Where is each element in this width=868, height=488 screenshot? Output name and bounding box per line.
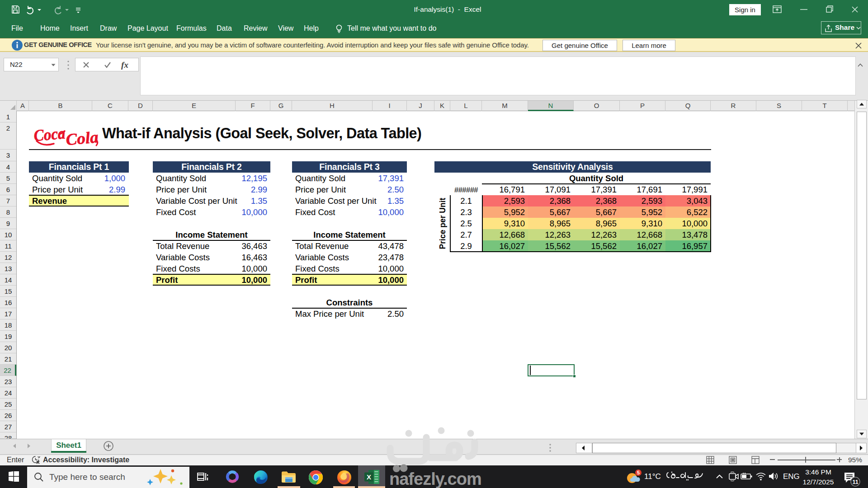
svg-text:X: X: [367, 473, 371, 481]
svg-text:fx: fx: [121, 61, 128, 70]
svg-text:11: 11: [852, 479, 858, 485]
svg-text:5: 5: [637, 470, 640, 475]
svg-text:nafezly.com: nafezly.com: [389, 469, 481, 488]
svg-text:Cola: Cola: [65, 128, 99, 149]
